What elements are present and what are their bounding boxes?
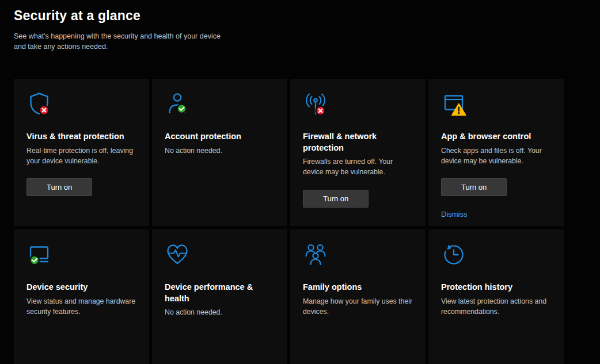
card-title: Device security bbox=[26, 282, 136, 293]
card-virus-threat-protection[interactable]: Virus & threat protection Real-time prot… bbox=[14, 79, 149, 226]
card-app-browser-control[interactable]: App & browser control Check apps and fil… bbox=[428, 79, 564, 226]
card-device-performance-health[interactable]: Device performance & health No action ne… bbox=[152, 229, 287, 364]
card-protection-history[interactable]: Protection history View latest protectio… bbox=[428, 229, 564, 364]
card-description: Real-time protection is off, leaving you… bbox=[26, 146, 136, 167]
card-title: Device performance & health bbox=[165, 282, 275, 304]
page-title: Security at a glance bbox=[14, 8, 600, 24]
card-description: View status and manage hardware security… bbox=[26, 297, 136, 317]
card-title: Virus & threat protection bbox=[26, 131, 136, 143]
card-account-protection[interactable]: Account protection No action needed. bbox=[152, 79, 287, 226]
network-x-icon bbox=[303, 91, 328, 116]
card-title: App & browser control bbox=[441, 131, 551, 143]
card-description: Firewalls are turned off. Your device ma… bbox=[303, 157, 413, 178]
turn-on-button[interactable]: Turn on bbox=[441, 178, 507, 196]
card-title: Protection history bbox=[441, 282, 551, 293]
card-title: Account protection bbox=[165, 131, 275, 143]
card-title: Family options bbox=[303, 282, 413, 293]
card-device-security[interactable]: Device security View status and manage h… bbox=[14, 229, 149, 364]
browser-warning-icon bbox=[441, 91, 466, 116]
family-icon bbox=[303, 242, 328, 267]
device-check-icon bbox=[26, 242, 52, 267]
heart-pulse-icon bbox=[165, 242, 190, 267]
shield-x-icon bbox=[26, 91, 52, 116]
dismiss-link[interactable]: Dismiss bbox=[441, 210, 468, 219]
card-family-options[interactable]: Family options Manage how your family us… bbox=[290, 229, 426, 364]
card-description: Check apps and files is off. Your device… bbox=[441, 146, 551, 167]
turn-on-button[interactable]: Turn on bbox=[303, 190, 369, 208]
page-subtitle: See what's happening with the security a… bbox=[14, 31, 234, 52]
card-firewall-network-protection[interactable]: Firewall & network protection Firewalls … bbox=[290, 79, 426, 226]
person-check-icon bbox=[165, 91, 190, 116]
security-cards-grid: Virus & threat protection Real-time prot… bbox=[14, 79, 600, 364]
history-icon bbox=[441, 242, 466, 267]
card-description: No action needed. bbox=[165, 308, 275, 318]
card-description: No action needed. bbox=[165, 146, 275, 156]
security-at-a-glance-page: Security at a glance See what's happenin… bbox=[0, 0, 600, 364]
card-title: Firewall & network protection bbox=[303, 131, 413, 154]
turn-on-button[interactable]: Turn on bbox=[26, 178, 92, 196]
card-description: View latest protection actions and recom… bbox=[441, 297, 551, 317]
card-description: Manage how your family uses their device… bbox=[303, 297, 413, 317]
